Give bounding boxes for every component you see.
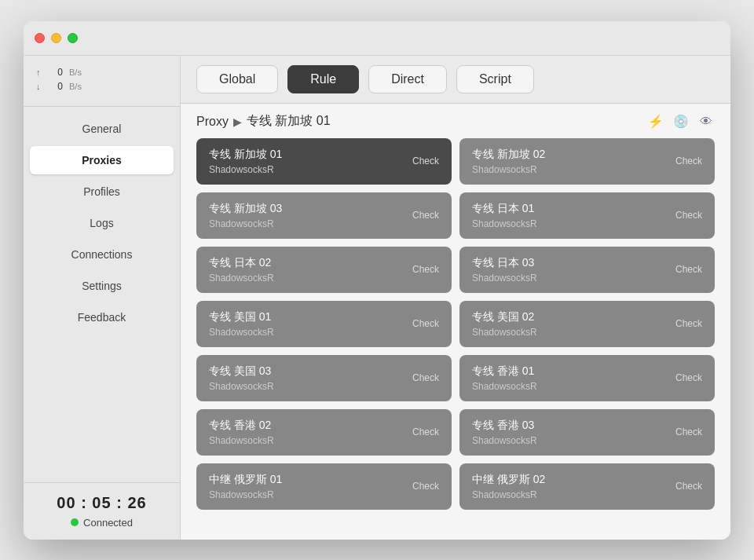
proxy-name: 中继 俄罗斯 01 [209,473,282,487]
check-button[interactable]: Check [675,372,702,383]
proxy-card[interactable]: 专线 日本 03 ShadowsocksR Check [459,247,715,293]
check-button[interactable]: Check [675,318,702,329]
proxy-info: 专线 日本 02 ShadowsocksR [209,256,274,284]
sidebar: ↑ 0 B/s ↓ 0 B/s GeneralProxiesProfilesLo… [24,56,181,540]
proxy-header: Proxy ▶ 专线 新加坡 01 ⚡ 💿 👁 [181,104,730,138]
upload-unit: B/s [69,68,82,77]
proxy-card[interactable]: 专线 香港 02 ShadowsocksR Check [196,409,452,456]
proxy-card[interactable]: 中继 俄罗斯 01 ShadowsocksR Check [196,463,452,510]
proxy-card[interactable]: 中继 俄罗斯 02 ShadowsocksR Check [459,463,715,510]
proxy-grid: 专线 新加坡 01 ShadowsocksR Check 专线 新加坡 02 S… [181,138,730,540]
proxy-info: 专线 日本 01 ShadowsocksR [472,202,537,229]
check-button[interactable]: Check [412,156,439,167]
proxy-name: 专线 日本 01 [472,202,537,216]
proxy-type: ShadowsocksR [209,489,282,500]
header-actions: ⚡ 💿 👁 [647,113,715,130]
proxy-name: 专线 新加坡 01 [209,148,282,162]
maximize-button[interactable] [68,33,78,43]
check-button[interactable]: Check [412,372,439,383]
breadcrumb-arrow-icon: ▶ [233,115,242,128]
minimize-button[interactable] [51,33,61,43]
connection-status: Connected [36,517,167,529]
proxy-info: 专线 美国 02 ShadowsocksR [472,310,537,338]
proxy-info: 专线 香港 02 ShadowsocksR [209,419,274,446]
breadcrumb-current: 专线 新加坡 01 [247,113,331,130]
stats-panel: ↑ 0 B/s ↓ 0 B/s [24,56,180,107]
download-value: 0 [50,81,63,92]
proxy-name: 专线 日本 03 [472,256,537,270]
proxy-card[interactable]: 专线 香港 03 ShadowsocksR Check [459,409,715,456]
check-button[interactable]: Check [675,481,702,492]
proxy-name: 专线 美国 01 [209,310,274,324]
upload-arrow-icon: ↑ [36,68,44,77]
download-arrow-icon: ↓ [36,82,44,91]
check-button[interactable]: Check [412,426,439,437]
check-button[interactable]: Check [412,264,439,275]
app-window: ↑ 0 B/s ↓ 0 B/s GeneralProxiesProfilesLo… [24,21,730,540]
mode-btn-rule[interactable]: Rule [287,65,359,93]
check-button[interactable]: Check [675,210,702,221]
proxy-name: 专线 新加坡 02 [472,148,545,162]
proxy-name: 专线 新加坡 03 [209,202,282,216]
proxy-card[interactable]: 专线 香港 01 ShadowsocksR Check [459,355,715,401]
check-button[interactable]: Check [412,210,439,221]
check-button[interactable]: Check [675,426,702,437]
mode-btn-global[interactable]: Global [196,65,278,93]
session-timer: 00 : 05 : 26 [36,494,167,512]
proxy-type: ShadowsocksR [472,218,537,229]
download-unit: B/s [69,82,82,91]
proxy-info: 专线 日本 03 ShadowsocksR [472,256,537,284]
proxy-type: ShadowsocksR [472,489,545,500]
proxy-card[interactable]: 专线 新加坡 01 ShadowsocksR Check [196,138,452,185]
proxy-info: 专线 香港 01 ShadowsocksR [472,364,537,392]
check-button[interactable]: Check [412,481,439,492]
traffic-lights [35,33,78,43]
connected-label: Connected [83,517,133,529]
nav-menu: GeneralProxiesProfilesLogsConnectionsSet… [24,107,180,482]
upload-value: 0 [50,67,63,78]
proxy-info: 中继 俄罗斯 02 ShadowsocksR [472,473,545,500]
hide-icon[interactable]: 👁 [697,113,715,130]
mode-btn-direct[interactable]: Direct [368,65,447,93]
proxy-type: ShadowsocksR [472,273,537,284]
check-button[interactable]: Check [675,156,702,167]
proxy-name: 专线 香港 01 [472,364,537,379]
sidebar-item-connections[interactable]: Connections [30,240,174,269]
upload-stat: ↑ 0 B/s [36,67,167,78]
close-button[interactable] [35,33,45,43]
mode-btn-script[interactable]: Script [456,65,534,93]
save-icon[interactable]: 💿 [672,113,690,130]
proxy-card[interactable]: 专线 美国 01 ShadowsocksR Check [196,301,452,347]
proxy-info: 专线 美国 01 ShadowsocksR [209,310,274,338]
proxy-name: 专线 香港 02 [209,419,274,433]
proxy-info: 中继 俄罗斯 01 ShadowsocksR [209,473,282,500]
sidebar-item-profiles[interactable]: Profiles [30,178,174,206]
proxy-type: ShadowsocksR [209,218,282,229]
sidebar-item-feedback[interactable]: Feedback [30,303,174,331]
proxy-card[interactable]: 专线 新加坡 02 ShadowsocksR Check [459,138,715,185]
proxy-type: ShadowsocksR [472,164,545,175]
sidebar-item-logs[interactable]: Logs [30,209,174,237]
proxy-name: 专线 美国 02 [472,310,537,324]
sidebar-item-settings[interactable]: Settings [30,272,174,300]
proxy-info: 专线 香港 03 ShadowsocksR [472,419,537,446]
breadcrumb: Proxy ▶ 专线 新加坡 01 [196,113,331,130]
proxy-name: 专线 日本 02 [209,256,274,270]
mode-toolbar: GlobalRuleDirectScript [181,56,730,104]
proxy-name: 中继 俄罗斯 02 [472,473,545,487]
proxy-card[interactable]: 专线 美国 03 ShadowsocksR Check [196,355,452,401]
check-button[interactable]: Check [675,264,702,275]
proxy-info: 专线 新加坡 01 ShadowsocksR [209,148,282,175]
lightning-icon[interactable]: ⚡ [647,113,664,130]
proxy-card[interactable]: 专线 新加坡 03 ShadowsocksR Check [196,192,452,239]
check-button[interactable]: Check [412,318,439,329]
content-area: ↑ 0 B/s ↓ 0 B/s GeneralProxiesProfilesLo… [24,56,730,540]
proxy-info: 专线 新加坡 03 ShadowsocksR [209,202,282,229]
proxy-card[interactable]: 专线 美国 02 ShadowsocksR Check [459,301,715,347]
sidebar-item-general[interactable]: General [30,115,174,143]
proxy-card[interactable]: 专线 日本 02 ShadowsocksR Check [196,247,452,293]
proxy-name: 专线 美国 03 [209,364,274,379]
sidebar-item-proxies[interactable]: Proxies [30,146,174,174]
proxy-card[interactable]: 专线 日本 01 ShadowsocksR Check [459,192,715,239]
proxy-type: ShadowsocksR [472,435,537,446]
